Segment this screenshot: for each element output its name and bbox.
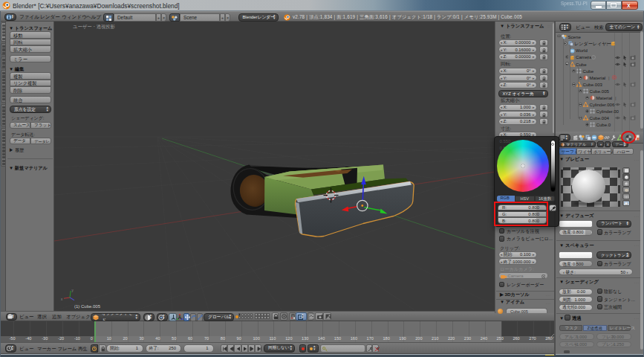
svg-text:ユーザー・透視投影: ユーザー・透視投影 [73, 24, 115, 30]
svg-text:(1) Cube.005: (1) Cube.005 [74, 304, 101, 309]
